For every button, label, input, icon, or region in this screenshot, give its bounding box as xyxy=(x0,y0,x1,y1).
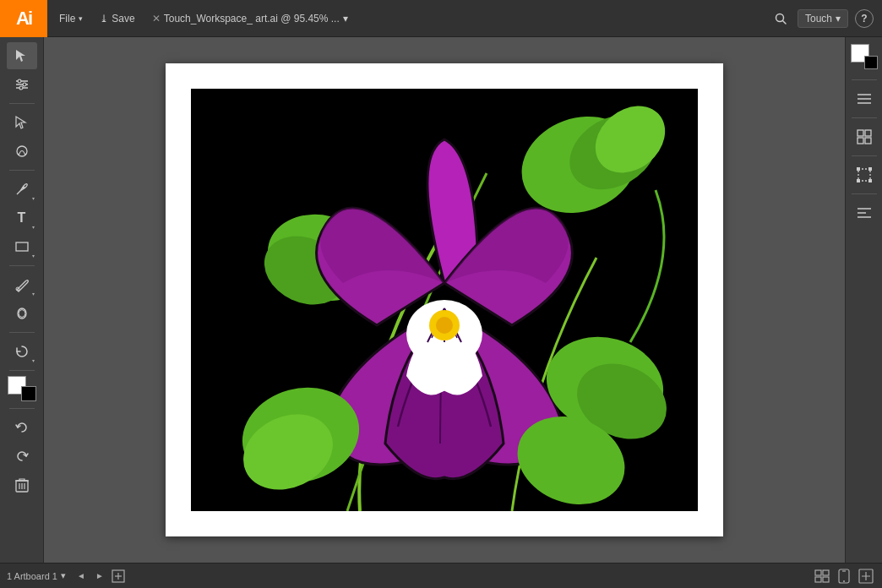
artboard-selector[interactable]: 1 Artboard 1 ▾ xyxy=(7,570,66,581)
svg-rect-34 xyxy=(858,130,863,136)
svg-rect-50 xyxy=(823,570,829,575)
svg-point-7 xyxy=(19,86,23,90)
svg-point-54 xyxy=(843,580,845,582)
svg-line-1 xyxy=(782,20,786,24)
help-button[interactable]: ? xyxy=(855,9,874,28)
svg-rect-36 xyxy=(858,138,863,144)
document-title: Touch_Workspace_ art.ai @ 95.45% ... xyxy=(164,13,340,24)
workspace-label: Touch xyxy=(805,13,832,24)
svg-rect-38 xyxy=(858,169,870,181)
top-menu-bar: Ai File ▾ ⤓ Save ✕ Touch_Workspace_ art.… xyxy=(0,0,882,37)
next-artboard-button[interactable]: ► xyxy=(91,568,108,585)
ai-logo: Ai xyxy=(0,0,47,37)
prev-artboard-button[interactable]: ◄ xyxy=(73,568,90,585)
toolbar-separator-6 xyxy=(9,408,35,409)
delete-button[interactable] xyxy=(7,471,37,498)
svg-rect-39 xyxy=(857,167,860,171)
svg-point-9 xyxy=(22,187,24,189)
paintbrush-tool[interactable]: ▾ xyxy=(7,271,37,298)
bottom-status-bar: 1 Artboard 1 ▾ ◄ ► xyxy=(0,563,882,588)
toolbar-separator-5 xyxy=(9,370,35,371)
appearance-tool[interactable] xyxy=(7,138,37,165)
toolbar-separator-1 xyxy=(9,103,35,104)
file-dropdown-icon: ▾ xyxy=(79,14,83,23)
selection-tool[interactable] xyxy=(7,42,37,69)
artboard-navigation: ◄ ► xyxy=(73,568,127,585)
main-layout: ▾ T ▾ ▾ ▾ xyxy=(0,37,882,563)
canvas-area[interactable] xyxy=(44,37,845,563)
svg-point-6 xyxy=(23,83,26,86)
redo-button[interactable] xyxy=(7,443,37,470)
toolbar-separator-3 xyxy=(9,265,35,266)
rotate-tool[interactable]: ▾ xyxy=(7,338,37,365)
save-button[interactable]: ⤓ Save xyxy=(93,9,141,28)
workspace-selector[interactable]: Touch ▾ xyxy=(798,9,848,28)
artboard-dropdown-icon: ▾ xyxy=(61,570,66,581)
toolbar-separator-2 xyxy=(9,170,35,171)
align-button[interactable] xyxy=(849,199,879,226)
svg-rect-40 xyxy=(868,167,872,171)
right-separator-2 xyxy=(852,117,877,118)
close-tab-button[interactable]: ✕ xyxy=(152,13,161,24)
workspace-dropdown-icon: ▾ xyxy=(836,13,841,24)
toolbar-separator-4 xyxy=(9,332,35,333)
document-title-area: ✕ Touch_Workspace_ art.ai @ 95.45% ... ▾ xyxy=(145,13,355,24)
menu-items: File ▾ ⤓ Save ✕ Touch_Workspace_ art.ai … xyxy=(47,9,770,28)
svg-rect-37 xyxy=(865,138,871,144)
workspace-controls: Touch ▾ ? xyxy=(770,8,882,29)
file-label: File xyxy=(59,13,75,24)
save-icon: ⤓ xyxy=(100,13,108,24)
logo-text: Ai xyxy=(16,8,31,30)
right-stroke-swatch xyxy=(864,56,878,69)
doc-dropdown-icon[interactable]: ▾ xyxy=(343,13,348,24)
device-preview-button[interactable] xyxy=(835,567,853,585)
properties-button[interactable] xyxy=(849,85,879,112)
type-tool[interactable]: T ▾ xyxy=(7,204,37,231)
svg-point-5 xyxy=(18,79,21,83)
svg-rect-10 xyxy=(16,242,28,251)
bottom-right-controls xyxy=(813,567,875,585)
search-button[interactable] xyxy=(770,8,791,29)
svg-rect-42 xyxy=(868,179,872,182)
svg-rect-41 xyxy=(857,179,860,182)
artboard-name: 1 Artboard 1 xyxy=(7,571,57,581)
left-toolbar: ▾ T ▾ ▾ ▾ xyxy=(0,37,44,563)
save-label: Save xyxy=(112,13,134,24)
stroke-swatch[interactable] xyxy=(21,386,36,401)
undo-button[interactable] xyxy=(7,414,37,441)
help-label: ? xyxy=(861,13,867,24)
blob-brush-tool[interactable] xyxy=(7,300,37,327)
right-color-swatch[interactable] xyxy=(849,42,879,71)
pen-tool[interactable]: ▾ xyxy=(7,176,37,203)
right-separator-3 xyxy=(852,155,877,156)
color-swatch[interactable] xyxy=(8,376,36,401)
libraries-button[interactable] xyxy=(849,123,879,150)
svg-rect-52 xyxy=(823,577,829,582)
svg-point-25 xyxy=(436,317,453,334)
svg-rect-51 xyxy=(815,577,821,582)
zoom-button[interactable] xyxy=(857,567,875,585)
svg-rect-49 xyxy=(815,570,821,575)
file-menu[interactable]: File ▾ xyxy=(52,9,90,28)
adjust-tool[interactable] xyxy=(7,71,37,98)
direct-selection-tool[interactable] xyxy=(7,109,37,136)
right-separator-1 xyxy=(852,79,877,80)
artwork xyxy=(191,89,698,511)
transform-button[interactable] xyxy=(849,161,879,188)
artboard xyxy=(166,63,723,536)
rectangle-tool[interactable]: ▾ xyxy=(7,233,37,260)
right-separator-4 xyxy=(852,193,877,194)
svg-rect-35 xyxy=(865,130,871,136)
grid-view-button[interactable] xyxy=(813,567,831,585)
new-artboard-button[interactable] xyxy=(110,568,127,585)
right-panel xyxy=(845,37,882,563)
